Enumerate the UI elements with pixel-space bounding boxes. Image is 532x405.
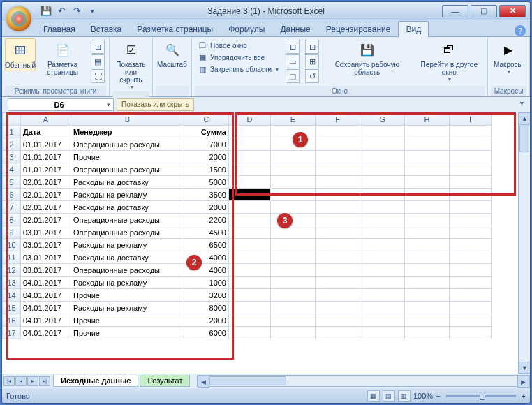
cell[interactable]: Прочие (71, 289, 184, 302)
cell[interactable]: Прочие (71, 327, 184, 339)
col-header-B[interactable]: B (71, 113, 184, 126)
col-header-E[interactable]: E (271, 113, 316, 126)
cell[interactable] (450, 176, 492, 189)
cell[interactable]: 04.01.2017 (21, 289, 71, 302)
cell[interactable]: Расходы на рекламу (71, 277, 184, 289)
row-header[interactable]: 14 (3, 289, 21, 302)
custom-views-icon[interactable]: ▤ (91, 54, 105, 68)
compare-icon[interactable]: ⊞ (305, 54, 319, 68)
cell[interactable] (271, 314, 316, 327)
row-header[interactable]: 4 (3, 163, 21, 176)
cell[interactable] (316, 176, 360, 189)
spreadsheet-grid[interactable]: ABCDEFGHI 1ДатаМенеджерСумма201.01.2017О… (2, 112, 530, 374)
cell[interactable] (405, 226, 450, 239)
cell[interactable]: Операционные расходы (71, 226, 184, 239)
hide-icon[interactable]: ▭ (286, 54, 300, 68)
cell[interactable] (360, 289, 405, 302)
cell[interactable] (271, 251, 316, 264)
tab-review[interactable]: Рецензирование (318, 21, 399, 37)
cell[interactable] (450, 327, 492, 339)
redo-icon[interactable]: ↷ (71, 5, 83, 17)
last-sheet-icon[interactable]: ▸| (39, 376, 50, 386)
cell[interactable] (316, 214, 360, 226)
cell[interactable]: 4000 (184, 264, 229, 277)
cell[interactable] (316, 327, 360, 339)
cell[interactable]: 3500 (184, 189, 229, 201)
next-sheet-icon[interactable]: ▸ (27, 376, 38, 386)
switch-window-button[interactable]: 🗗 Перейти в другое окно ▾ (414, 38, 485, 84)
cell[interactable]: 04.01.2017 (21, 277, 71, 289)
cell[interactable]: 6500 (184, 239, 229, 251)
chevron-down-icon[interactable]: ▾ (107, 101, 110, 108)
col-header-D[interactable]: D (229, 113, 271, 126)
row-header[interactable]: 5 (3, 176, 21, 189)
cell[interactable]: 2000 (184, 151, 229, 163)
cell[interactable]: Расходы на доставку (71, 176, 184, 189)
cell[interactable] (450, 138, 492, 151)
cell[interactable]: Операционные расходы (71, 138, 184, 151)
cell[interactable] (271, 151, 316, 163)
cell[interactable] (316, 163, 360, 176)
scroll-thumb[interactable] (519, 124, 529, 152)
cell[interactable] (450, 314, 492, 327)
cell[interactable]: 4500 (184, 226, 229, 239)
cell[interactable] (271, 327, 316, 339)
cell[interactable] (360, 302, 405, 314)
row-header[interactable]: 8 (3, 214, 21, 226)
horizontal-scrollbar[interactable]: ◀ ▶ (197, 375, 530, 387)
cell[interactable] (360, 239, 405, 251)
row-header[interactable]: 13 (3, 277, 21, 289)
arrange-button[interactable]: ▦Упорядочить все (196, 52, 280, 63)
cell[interactable] (316, 289, 360, 302)
col-header-A[interactable]: A (21, 113, 71, 126)
cell[interactable] (229, 277, 271, 289)
cell[interactable]: 1500 (184, 163, 229, 176)
cell[interactable] (450, 289, 492, 302)
cell[interactable]: 03.01.2017 (21, 239, 71, 251)
row-header[interactable]: 11 (3, 251, 21, 264)
office-button[interactable] (5, 5, 33, 33)
cell[interactable] (229, 151, 271, 163)
cell[interactable] (360, 176, 405, 189)
cell[interactable] (405, 201, 450, 214)
cell[interactable] (360, 251, 405, 264)
cell[interactable] (229, 251, 271, 264)
cell[interactable] (405, 151, 450, 163)
cell[interactable] (271, 302, 316, 314)
row-header[interactable]: 15 (3, 302, 21, 314)
cell[interactable]: 8000 (184, 302, 229, 314)
zoom-out-icon[interactable]: − (436, 392, 440, 400)
cell[interactable]: 2000 (184, 201, 229, 214)
scroll-left-icon[interactable]: ◀ (198, 376, 209, 388)
cell[interactable] (360, 314, 405, 327)
cell[interactable]: 02.01.2017 (21, 176, 71, 189)
zoom-slider[interactable] (446, 395, 516, 397)
cell[interactable] (360, 327, 405, 339)
cell[interactable] (450, 189, 492, 201)
col-header-F[interactable]: F (316, 113, 360, 126)
sheet-tab-src[interactable]: Исходные данные (53, 375, 138, 387)
cell[interactable] (405, 327, 450, 339)
cell[interactable]: Операционные расходы (71, 163, 184, 176)
minimize-button[interactable]: — (442, 5, 468, 17)
cell[interactable]: Расходы на рекламу (71, 239, 184, 251)
cell[interactable] (271, 289, 316, 302)
cell[interactable]: 4000 (184, 251, 229, 264)
cell[interactable] (229, 327, 271, 339)
tab-pagelayout[interactable]: Разметка страницы (129, 21, 221, 37)
cell[interactable]: 3200 (184, 289, 229, 302)
cell[interactable]: 04.01.2017 (21, 302, 71, 314)
cell[interactable] (360, 163, 405, 176)
cell[interactable] (229, 226, 271, 239)
cell[interactable] (229, 126, 271, 138)
cell[interactable]: 03.01.2017 (21, 251, 71, 264)
cell[interactable] (316, 151, 360, 163)
scroll-up-icon[interactable]: ▲ (519, 112, 530, 124)
cell[interactable] (229, 289, 271, 302)
cell[interactable]: 01.01.2017 (21, 138, 71, 151)
cell[interactable] (316, 264, 360, 277)
cell[interactable] (405, 251, 450, 264)
save-icon[interactable]: 💾 (40, 5, 52, 17)
select-all-cell[interactable] (3, 113, 21, 126)
split-icon[interactable]: ⊟ (286, 40, 300, 54)
